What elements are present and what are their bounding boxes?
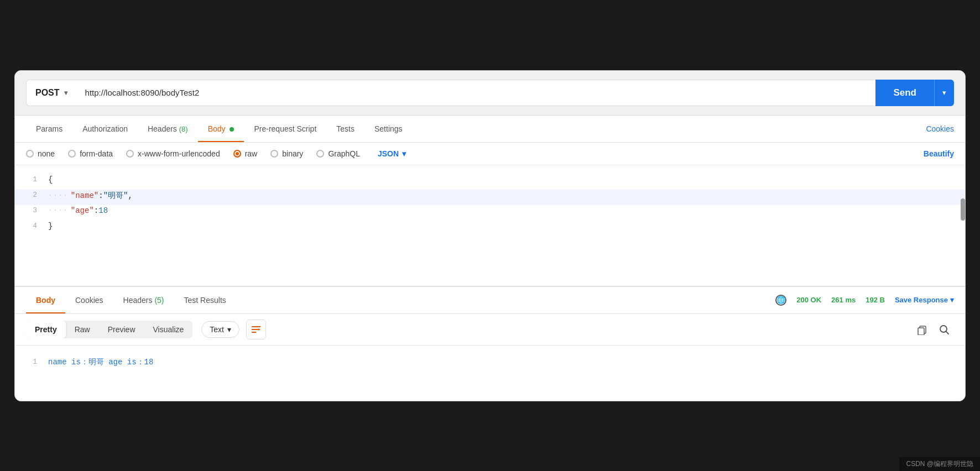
option-graphql[interactable]: GraphQL: [316, 149, 360, 158]
option-form-data[interactable]: form-data: [68, 149, 113, 158]
code-content-4: }: [48, 222, 965, 231]
resp-line-1: 1 name is：明哥 age is：18: [15, 354, 965, 370]
method-chevron-icon: ▾: [64, 89, 67, 97]
cookies-link[interactable]: Cookies: [926, 116, 954, 142]
line-number-2: 2: [15, 191, 48, 199]
radio-none[interactable]: [26, 150, 34, 158]
code-line-1: 1 {: [15, 174, 965, 190]
option-raw[interactable]: raw: [233, 149, 258, 158]
code-content-3: ····"age":18: [48, 206, 965, 215]
response-size: 192 B: [866, 296, 885, 304]
headers-badge: (8): [179, 125, 188, 133]
wrap-lines-button[interactable]: [246, 320, 266, 339]
beautify-button[interactable]: Beautify: [924, 149, 954, 158]
resp-headers-badge: (5): [154, 296, 164, 305]
format-visualize-button[interactable]: Visualize: [144, 321, 193, 338]
send-chevron-button[interactable]: ▾: [934, 80, 954, 106]
response-time: 261 ms: [831, 296, 856, 304]
radio-urlencoded[interactable]: [126, 150, 134, 158]
resp-line-number-1: 1: [15, 358, 48, 366]
tab-settings[interactable]: Settings: [364, 116, 413, 142]
code-content-1: {: [48, 175, 965, 184]
copy-response-button[interactable]: [912, 320, 932, 339]
resp-tab-test-results[interactable]: Test Results: [174, 287, 236, 313]
resp-tab-body[interactable]: Body: [26, 287, 65, 313]
save-response-chevron-icon: ▾: [950, 296, 954, 304]
editor-scrollbar: [961, 198, 965, 221]
line-number-4: 4: [15, 222, 48, 230]
resp-tab-headers[interactable]: Headers (5): [113, 287, 174, 313]
radio-graphql[interactable]: [316, 150, 324, 158]
option-urlencoded[interactable]: x-www-form-urlencoded: [126, 149, 220, 158]
format-button-group: Pretty Raw Preview Visualize: [26, 321, 192, 338]
line-number-3: 3: [15, 206, 48, 214]
search-response-button[interactable]: [934, 320, 954, 339]
body-options-bar: none form-data x-www-form-urlencoded raw…: [15, 143, 965, 165]
resp-content-1: name is：明哥 age is：18: [48, 357, 153, 367]
watermark: CSDN @编程界明世隐: [899, 457, 980, 471]
radio-raw[interactable]: [233, 150, 241, 158]
app-container: POST ▾ Send ▾ Params Authorization Heade…: [14, 70, 966, 401]
response-tabs-bar: Body Cookies Headers (5) Test Results 🌐 …: [15, 287, 965, 314]
url-bar: POST ▾ Send ▾: [15, 71, 965, 116]
resp-tab-cookies[interactable]: Cookies: [65, 287, 113, 313]
line-number-1: 1: [15, 175, 48, 184]
format-preview-button[interactable]: Preview: [99, 321, 144, 338]
save-response-button[interactable]: Save Response ▾: [895, 296, 954, 304]
code-editor[interactable]: 1 { 2 ····"name":"明哥", 3 ····"age":18 4 …: [15, 165, 965, 287]
send-btn-group: Send ▾: [875, 80, 954, 106]
text-select-chevron-icon: ▾: [227, 325, 231, 334]
svg-line-6: [946, 331, 949, 334]
response-status: 200 OK: [796, 296, 821, 304]
option-binary[interactable]: binary: [270, 149, 303, 158]
tab-authorization[interactable]: Authorization: [72, 116, 138, 142]
method-select[interactable]: POST ▾: [26, 80, 76, 106]
tab-headers[interactable]: Headers (8): [138, 116, 198, 142]
tab-tests[interactable]: Tests: [326, 116, 364, 142]
radio-form-data[interactable]: [68, 150, 76, 158]
code-line-4: 4 }: [15, 221, 965, 236]
tab-body[interactable]: Body: [198, 116, 244, 142]
json-format-select[interactable]: JSON ▾: [378, 149, 406, 158]
send-button[interactable]: Send: [875, 80, 934, 106]
globe-icon: 🌐: [775, 295, 786, 306]
format-pretty-button[interactable]: Pretty: [26, 321, 66, 338]
body-dot-indicator: [230, 127, 234, 132]
code-line-3: 3 ····"age":18: [15, 205, 965, 221]
radio-binary[interactable]: [270, 150, 278, 158]
code-line-2: 2 ····"name":"明哥",: [15, 190, 965, 205]
format-raw-button[interactable]: Raw: [66, 321, 99, 338]
code-content-2: ····"name":"明哥",: [48, 191, 965, 201]
response-format-bar: Pretty Raw Preview Visualize Text ▾: [15, 314, 965, 346]
svg-rect-4: [918, 328, 924, 335]
text-format-select[interactable]: Text ▾: [201, 321, 239, 338]
request-tabs-bar: Params Authorization Headers (8) Body Pr…: [15, 116, 965, 143]
tab-pre-request[interactable]: Pre-request Script: [244, 116, 326, 142]
option-none[interactable]: none: [26, 149, 55, 158]
method-value: POST: [35, 88, 60, 98]
tab-params[interactable]: Params: [26, 116, 72, 142]
response-body: 1 name is：明哥 age is：18: [15, 346, 965, 401]
url-input[interactable]: [76, 80, 876, 106]
response-meta: 🌐 200 OK 261 ms 192 B Save Response ▾: [775, 295, 954, 306]
json-chevron-icon: ▾: [402, 149, 406, 158]
